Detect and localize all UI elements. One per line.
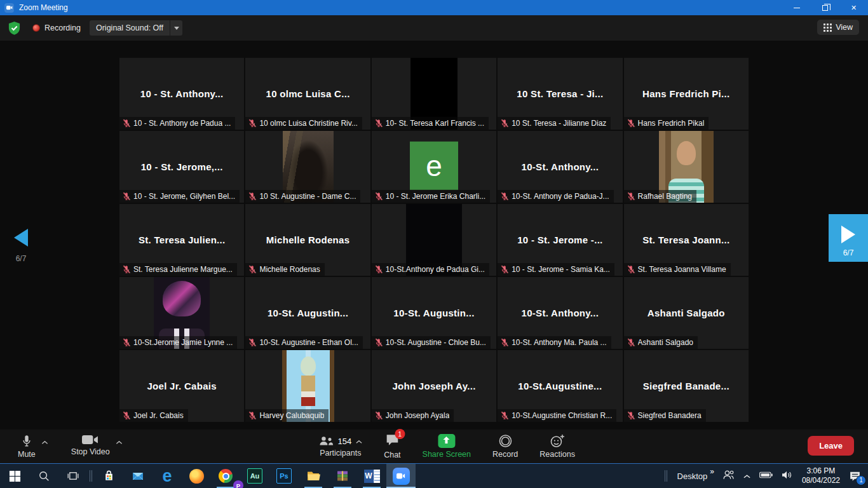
task-view-taskbar-icon[interactable] [58, 464, 88, 488]
participant-label: John Joseph Ayala [372, 409, 454, 422]
participant-tile[interactable]: 10 St. Teresa - Ji...10 St. Teresa - Jil… [498, 58, 622, 130]
muted-mic-icon [627, 192, 635, 201]
security-shield-icon[interactable] [8, 21, 21, 36]
participant-tile[interactable]: 10-St.Jerome Jamie Lynne ... [119, 277, 244, 349]
participant-label: St. Teresa Joanna Villame [624, 263, 731, 276]
word-taskbar-icon[interactable]: W [357, 464, 386, 488]
clock-time: 3:06 PM [807, 466, 836, 476]
view-button[interactable]: View [817, 20, 859, 35]
minimize-button[interactable] [782, 0, 811, 15]
winrar-taskbar-icon[interactable] [328, 464, 357, 488]
participant-footer-name: 10 - St. Jerome, Gilyhen Bel... [133, 192, 235, 201]
meeting-toolbar: Recording Original Sound: Off View [0, 15, 868, 41]
participant-tile[interactable]: Hans Fredrich Pi...Hans Fredrich Pikal [624, 58, 749, 130]
edge-taskbar-icon[interactable]: e [153, 464, 182, 488]
participant-tile[interactable]: 10-St.Augustine...10-St.Augustine Christ… [498, 350, 622, 422]
participant-footer-name: 10-St. Anthony de Padua-J... [512, 192, 609, 201]
audition-taskbar-icon[interactable]: Au [240, 464, 269, 488]
participant-tile[interactable]: 10-St. Augustin...10-St. Augustine - Eth… [245, 277, 370, 349]
participant-label: 10 St. Augustine - Dame C... [245, 190, 360, 203]
people-icon[interactable] [722, 470, 735, 483]
tray-expand-chevron-icon[interactable] [743, 470, 751, 482]
participant-footer-name: 10- St. Teresa Karl Francis ... [386, 119, 484, 128]
muted-mic-icon [374, 119, 383, 128]
firefox-taskbar-icon[interactable] [182, 464, 211, 488]
participant-tile[interactable]: 10 - St. Jerome,...10 - St. Jerome, Gily… [119, 131, 244, 203]
participant-tile[interactable]: 10- St. Teresa Karl Francis ... [372, 58, 496, 130]
muted-mic-icon [374, 338, 383, 347]
notification-badge: 1 [856, 475, 866, 485]
participant-tile[interactable]: 10-St. Anthony...10-St. Anthony de Padua… [498, 131, 622, 203]
chat-button[interactable]: 1 Chat [384, 433, 400, 459]
mute-options-chevron[interactable] [41, 436, 48, 447]
video-options-chevron[interactable] [116, 436, 123, 447]
participant-footer-name: John Joseph Ayala [386, 411, 450, 420]
participant-tile[interactable]: 10-St. Anthony...10-St. Anthony Ma. Paul… [498, 277, 622, 349]
participant-footer-name: 10-St. Augustine - Ethan Ol... [259, 338, 358, 347]
participant-footer-name: 10-St.Anthony de Padua Gi... [386, 265, 485, 274]
participant-tile[interactable]: Joel Jr. CabaisJoel Jr. Cabais [119, 350, 244, 422]
participant-tile[interactable]: Siegfred Banade...Siegfred Banadera [624, 350, 749, 422]
muted-mic-icon [627, 338, 635, 347]
participant-tile[interactable]: Ashanti SalgadoAshanti Salgado [624, 277, 749, 349]
participant-tile[interactable]: 10 - St. Anthony...10 - St. Anthony de P… [119, 58, 244, 130]
previous-page-nav[interactable]: 6/7 [8, 229, 34, 263]
participant-tile[interactable]: 10 - St. Jerome -...10 - St. Jerome - Sa… [498, 204, 622, 276]
participants-chevron[interactable] [355, 435, 362, 447]
taskbar-separator [663, 470, 669, 482]
participant-tile[interactable]: 10-St.Anthony de Padua Gi... [372, 204, 496, 276]
share-screen-button[interactable]: Share Screen [423, 434, 471, 459]
recording-dot-icon [32, 24, 40, 32]
restore-button[interactable] [811, 0, 839, 15]
photoshop-taskbar-icon[interactable]: Ps [269, 464, 299, 488]
participants-button[interactable]: 154 Participants [318, 435, 362, 458]
participant-tile[interactable]: 10 olmc Luisa C...10 olmc Luisa Christin… [245, 58, 370, 130]
file-explorer-taskbar-icon[interactable] [299, 464, 328, 488]
participant-tile[interactable]: St. Teresa Joann...St. Teresa Joanna Vil… [624, 204, 749, 276]
leave-button[interactable]: Leave [808, 436, 854, 456]
windows-taskbar: ePAuPsW Desktop » 3:06 PM 08/04/2022 1 [0, 464, 868, 488]
mute-button[interactable]: Mute [18, 434, 36, 459]
share-screen-icon [438, 434, 455, 448]
original-sound-dropdown[interactable] [170, 20, 182, 36]
stop-video-button[interactable]: Stop Video [71, 434, 110, 459]
record-button[interactable]: Record [492, 434, 518, 459]
close-button[interactable]: ✕ [839, 0, 868, 15]
participant-tile[interactable]: e10 - St. Jerome Erika Charli... [372, 131, 496, 203]
volume-icon[interactable] [781, 470, 794, 482]
desktop-toolbar[interactable]: Desktop » [677, 471, 714, 481]
muted-mic-icon [122, 265, 131, 274]
original-sound-button[interactable]: Original Sound: Off [90, 20, 170, 36]
participant-tile[interactable]: St. Teresa Julien...St. Teresa Julienne … [119, 204, 244, 276]
participant-footer-name: St. Teresa Joanna Villame [638, 265, 726, 274]
participant-footer-name: Joel Jr. Cabais [133, 411, 184, 420]
muted-mic-icon [500, 192, 509, 201]
start-taskbar-icon[interactable] [0, 464, 29, 488]
muted-mic-icon [627, 411, 635, 420]
participant-footer-name: 10-St. Augustine - Chloe Bu... [386, 338, 486, 347]
arrow-left-icon [14, 229, 28, 247]
participant-tile[interactable]: John Joseph Ay...John Joseph Ayala [372, 350, 496, 422]
zoom-app-icon [4, 3, 14, 13]
participant-tile[interactable]: Rafhael Bagting [624, 131, 749, 203]
reactions-button[interactable]: Reactions [539, 434, 575, 459]
next-page-nav[interactable]: 6/7 [829, 214, 868, 262]
taskbar-clock[interactable]: 3:06 PM 08/04/2022 [802, 466, 840, 485]
participant-footer-name: St. Teresa Julienne Margue... [133, 265, 233, 274]
zoom-taskbar-icon[interactable] [386, 464, 416, 488]
reactions-smiley-icon [550, 434, 565, 448]
store-taskbar-icon[interactable] [94, 464, 123, 488]
participant-tile[interactable]: 10 St. Augustine - Dame C... [245, 131, 370, 203]
muted-mic-icon [374, 192, 383, 201]
chrome-taskbar-icon[interactable]: P [211, 464, 240, 488]
action-center-button[interactable]: 1 [848, 470, 862, 482]
participant-footer-name: 10-St.Augustine Christian R... [512, 411, 612, 420]
participant-tile[interactable]: Michelle RodenasMichelle Rodenas [245, 204, 370, 276]
participant-footer-name: 10-St. Anthony Ma. Paula ... [512, 338, 606, 347]
mail-taskbar-icon[interactable] [123, 464, 153, 488]
participant-tile[interactable]: 10-St. Augustin...10-St. Augustine - Chl… [372, 277, 496, 349]
battery-icon[interactable] [759, 470, 773, 482]
search-taskbar-icon[interactable] [29, 464, 58, 488]
toolbar-chevron-icon[interactable]: » [710, 467, 714, 476]
participant-tile[interactable]: Harvey Calubaquib [245, 350, 370, 422]
